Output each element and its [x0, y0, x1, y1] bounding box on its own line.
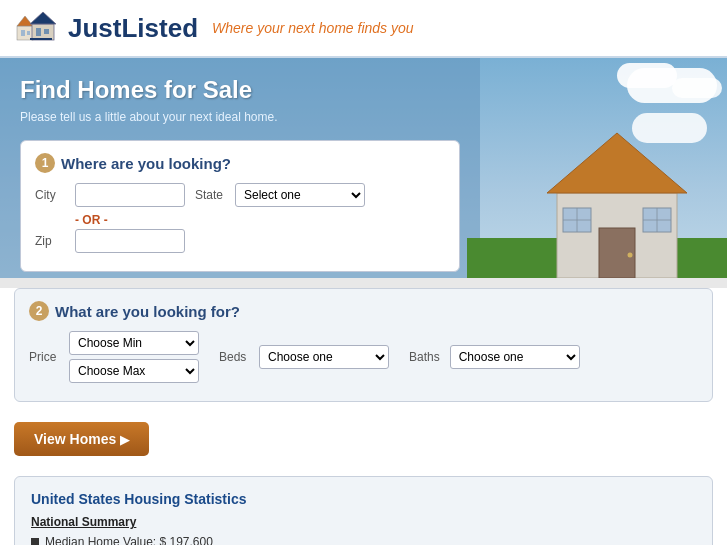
- svg-rect-7: [44, 29, 49, 34]
- main-content: 2 What are you looking for? Price Choose…: [0, 288, 727, 545]
- section1-form: 1 Where are you looking? City State Sele…: [20, 140, 460, 272]
- logo-area: JustListed Where your next home finds yo…: [16, 8, 414, 48]
- price-dropdowns: Choose Min $50,000$100,000$150,000$200,0…: [69, 331, 199, 383]
- price-min-select[interactable]: Choose Min $50,000$100,000$150,000$200,0…: [69, 331, 199, 355]
- logo-tagline: Where your next home finds you: [212, 20, 414, 36]
- price-max-select[interactable]: Choose Max $100,000$150,000$200,000$300,…: [69, 359, 199, 383]
- svg-marker-5: [30, 12, 56, 24]
- hero-subtitle: Please tell us a little about your next …: [20, 110, 460, 124]
- beds-select[interactable]: Choose one 1+2+3+4+5+: [259, 345, 389, 369]
- svg-point-12: [628, 253, 633, 258]
- house-svg: [527, 113, 707, 278]
- house-illustration: [467, 58, 727, 278]
- step2-circle: 2: [29, 301, 49, 321]
- list-item: Median Home Value: $ 197,600: [31, 535, 696, 545]
- svg-marker-10: [547, 133, 687, 193]
- zip-input[interactable]: [75, 229, 185, 253]
- hero-title: Find Homes for Sale: [20, 76, 460, 104]
- price-beds-baths-row: Price Choose Min $50,000$100,000$150,000…: [29, 331, 698, 383]
- or-divider: - OR -: [75, 213, 445, 227]
- stats-section: United States Housing Statistics Nationa…: [14, 476, 713, 545]
- svg-rect-6: [36, 28, 41, 36]
- section2-title: 2 What are you looking for?: [29, 301, 698, 321]
- zip-label: Zip: [35, 234, 65, 248]
- view-homes-button[interactable]: View Homes: [14, 422, 149, 456]
- section2-wrapper: 2 What are you looking for? Price Choose…: [14, 288, 713, 402]
- state-label: State: [195, 188, 225, 202]
- logo-text: JustListed: [68, 13, 198, 44]
- logo-icon: [16, 8, 60, 48]
- baths-select[interactable]: Choose one 1+2+3+4+: [450, 345, 580, 369]
- stats-title: United States Housing Statistics: [31, 491, 696, 507]
- section1-title: 1 Where are you looking?: [35, 153, 445, 173]
- city-row: City State Select one AlabamaAlaskaArizo…: [35, 183, 445, 207]
- zip-row: Zip: [35, 229, 445, 253]
- cloud2: [617, 63, 677, 88]
- price-label: Price: [29, 350, 59, 364]
- svg-rect-3: [27, 31, 30, 35]
- city-label: City: [35, 188, 65, 202]
- header: JustListed Where your next home finds yo…: [0, 0, 727, 58]
- hero-content: Find Homes for Sale Please tell us a lit…: [0, 58, 480, 278]
- step1-circle: 1: [35, 153, 55, 173]
- svg-rect-2: [21, 30, 25, 36]
- svg-rect-4: [32, 24, 54, 40]
- stats-list: Median Home Value: $ 197,600 Median Prop…: [31, 535, 696, 545]
- hero-section: Find Homes for Sale Please tell us a lit…: [0, 58, 727, 278]
- baths-label: Baths: [409, 350, 440, 364]
- state-select[interactable]: Select one AlabamaAlaskaArizonaArkansas …: [235, 183, 365, 207]
- stats-subtitle: National Summary: [31, 515, 696, 529]
- svg-rect-8: [30, 38, 52, 40]
- beds-label: Beds: [219, 350, 249, 364]
- stat-item-1: Median Home Value: $ 197,600: [45, 535, 213, 545]
- cloud3: [672, 78, 722, 98]
- svg-marker-1: [17, 16, 33, 26]
- city-input[interactable]: [75, 183, 185, 207]
- bullet-icon: [31, 538, 39, 545]
